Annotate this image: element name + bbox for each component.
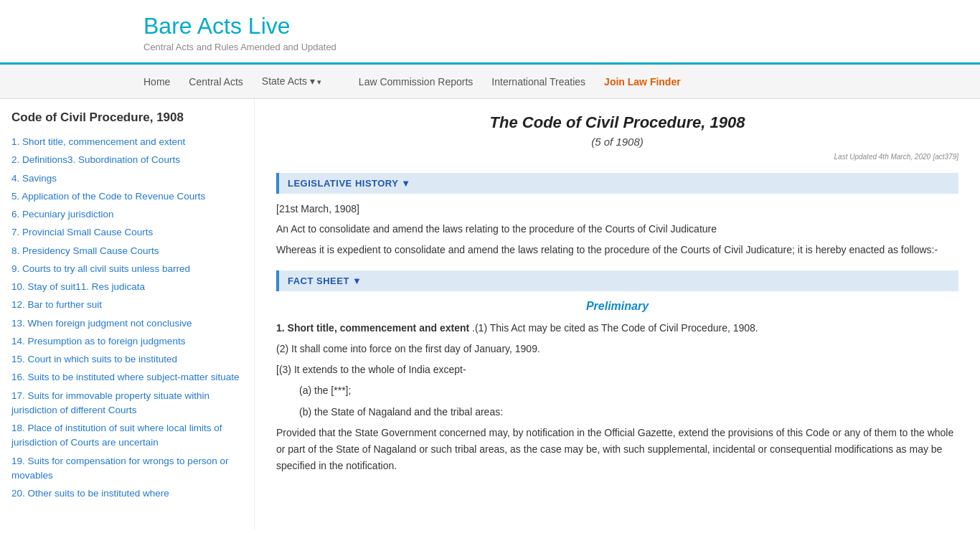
site-title-plain: Bare Acts	[143, 13, 248, 39]
sidebar-link-16[interactable]: 18. Place of institution of suit where l…	[11, 423, 222, 448]
list-item[interactable]: 20. Other suits to be instituted where	[11, 486, 242, 501]
sidebar-link-5[interactable]: 6. Pecuniary jurisdiction	[11, 209, 114, 220]
site-title-colored: Live	[248, 13, 291, 39]
sidebar-link-1[interactable]: 1. Short title, commencement and extent	[11, 136, 185, 147]
sidebar-link-17[interactable]: 19. Suits for compensation for wrongs to…	[11, 456, 228, 481]
section1-proviso: Provided that the State Government conce…	[276, 425, 958, 474]
nav-join-law-finder[interactable]: Join Law Finder	[604, 65, 681, 99]
list-item[interactable]: 5. Application of the Code to Revenue Co…	[11, 189, 242, 204]
legislative-history-label: LEGISLATIVE HISTORY ▼	[288, 178, 411, 189]
list-item[interactable]: 1. Short title, commencement and extent	[11, 135, 242, 149]
top-bar: Bare Acts Live Central Acts and Rules Am…	[0, 0, 980, 65]
nav-home[interactable]: Home	[143, 65, 170, 99]
site-subtitle: Central Acts and Rules Amended and Updat…	[143, 42, 980, 52]
preliminary-label: Preliminary	[276, 300, 958, 313]
list-item[interactable]: 6. Pecuniary jurisdiction	[11, 207, 242, 222]
list-item[interactable]: 15. Court in which suits to be institute…	[11, 352, 242, 367]
legislative-history-date: [21st March, 1908]	[276, 201, 958, 217]
sidebar-link-12[interactable]: 14. Presumption as to foreign judgments	[11, 336, 185, 347]
last-updated-ref: [act379]	[933, 153, 958, 161]
main-container: Code of Civil Procedure, 1908 1. Short t…	[0, 99, 980, 529]
legislative-history-text1: An Act to consolidate and amend the laws…	[276, 221, 958, 237]
sidebar-title: Code of Civil Procedure, 1908	[11, 110, 242, 125]
sidebar-link-15[interactable]: 17. Suits for immovable property situate…	[11, 390, 209, 415]
list-item[interactable]: 10. Stay of suit11. Res judicata	[11, 280, 242, 294]
nav-bar: Home Central Acts State Acts ▾ Law Commi…	[0, 65, 980, 99]
sidebar-link-9[interactable]: 10. Stay of suit11. Res judicata	[11, 281, 145, 292]
site-title: Bare Acts Live	[143, 13, 980, 39]
list-item[interactable]: 7. Provincial Small Cause Courts	[11, 225, 242, 240]
list-item[interactable]: 13. When foreign judgment not conclusive	[11, 316, 242, 331]
list-item[interactable]: 4. Savings	[11, 171, 242, 186]
nav-central-acts[interactable]: Central Acts	[189, 65, 242, 99]
legislative-history-text2: Whereas it is expedient to consolidate a…	[276, 242, 958, 258]
sidebar-link-3[interactable]: 4. Savings	[11, 173, 57, 184]
list-item[interactable]: 17. Suits for immovable property situate…	[11, 389, 242, 418]
sidebar-link-11[interactable]: 13. When foreign judgment not conclusive	[11, 318, 192, 329]
section-1: 1. Short title, commencement and extent …	[276, 320, 958, 474]
last-updated-text: Last Updated 4th March, 2020	[834, 153, 931, 161]
fact-sheet-header[interactable]: FACT SHEET ▼	[276, 270, 958, 291]
sidebar-link-4[interactable]: 5. Application of the Code to Revenue Co…	[11, 191, 205, 202]
section1-text3: [(3) It extends to the whole of India ex…	[276, 362, 958, 378]
sidebar-list: 1. Short title, commencement and extent …	[11, 135, 242, 501]
list-item[interactable]: 9. Courts to try all civil suits unless …	[11, 262, 242, 276]
list-item[interactable]: 12. Bar to further suit	[11, 298, 242, 312]
act-title: The Code of Civil Procedure, 1908	[276, 113, 958, 132]
sidebar-link-8[interactable]: 9. Courts to try all civil suits unless …	[11, 263, 190, 274]
section1-text2: (2) It shall come into force on the firs…	[276, 341, 958, 357]
sidebar-link-10[interactable]: 12. Bar to further suit	[11, 299, 102, 310]
section1-sub-a: (a) the [***];	[299, 382, 958, 399]
nav-state-acts[interactable]: State Acts ▾	[262, 75, 321, 87]
nav-law-commission[interactable]: Law Commission Reports	[359, 65, 473, 99]
sidebar-link-7[interactable]: 8. Presidency Small Cause Courts	[11, 245, 159, 256]
section1-heading-line: 1. Short title, commencement and extent …	[276, 320, 958, 336]
list-item[interactable]: 16. Suits to be instituted where subject…	[11, 370, 242, 385]
sidebar-link-6[interactable]: 7. Provincial Small Cause Courts	[11, 227, 153, 237]
legislative-history-block: [21st March, 1908] An Act to consolidate…	[276, 201, 958, 258]
last-updated: Last Updated 4th March, 2020 [act379]	[276, 151, 958, 161]
sidebar: Code of Civil Procedure, 1908 1. Short t…	[0, 99, 255, 529]
fact-sheet-label: FACT SHEET ▼	[288, 276, 362, 286]
nav-state-acts-dropdown[interactable]: State Acts ▾	[262, 64, 340, 99]
list-item[interactable]: 8. Presidency Small Cause Courts	[11, 244, 242, 258]
section1-heading: 1. Short title, commencement and extent	[276, 322, 469, 334]
legislative-history-header[interactable]: LEGISLATIVE HISTORY ▼	[276, 173, 958, 194]
list-item[interactable]: 18. Place of institution of suit where l…	[11, 421, 242, 451]
sidebar-link-13[interactable]: 15. Court in which suits to be institute…	[11, 354, 177, 364]
sidebar-link-14[interactable]: 16. Suits to be instituted where subject…	[11, 372, 239, 382]
nav-international-treaties[interactable]: International Treaties	[491, 65, 585, 99]
list-item[interactable]: 19. Suits for compensation for wrongs to…	[11, 454, 242, 484]
section1-sub-b: (b) the State of Nagaland and the tribal…	[299, 404, 958, 420]
sidebar-link-2[interactable]: 2. Definitions3. Subordination of Courts	[11, 154, 180, 165]
content-area: The Code of Civil Procedure, 1908 (5 of …	[255, 99, 980, 529]
list-item[interactable]: 14. Presumption as to foreign judgments	[11, 334, 242, 349]
list-item[interactable]: 2. Definitions3. Subordination of Courts	[11, 153, 242, 167]
sidebar-link-18[interactable]: 20. Other suits to be instituted where	[11, 488, 169, 499]
act-subtitle: (5 of 1908)	[276, 136, 958, 148]
section1-text1: .(1) This Act may be cited as The Code o…	[472, 322, 758, 334]
